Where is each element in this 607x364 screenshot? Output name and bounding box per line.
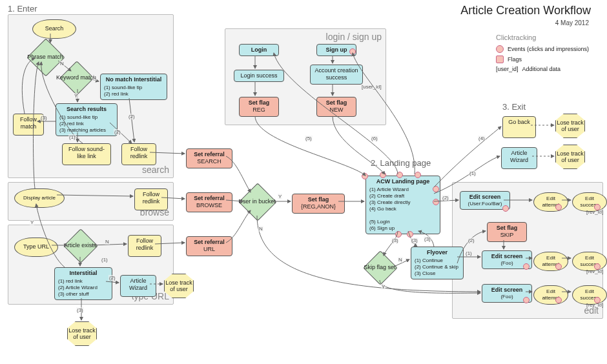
event-dot bbox=[594, 263, 601, 270]
edge-label-2: (2) bbox=[128, 114, 136, 119]
node-lose-track1: Lose track of user bbox=[164, 274, 194, 298]
event-dot bbox=[362, 173, 368, 179]
label-user-id: [user_id] bbox=[362, 84, 382, 90]
legend-header: Clicktracking bbox=[496, 34, 536, 41]
event-dot bbox=[396, 172, 403, 178]
event-dot bbox=[349, 48, 356, 55]
node-follow-match: Follow match bbox=[13, 114, 44, 136]
event-dot-icon bbox=[496, 45, 504, 53]
event-dot bbox=[555, 297, 562, 303]
node-article-exists: Article exists bbox=[68, 234, 92, 257]
node-follow-redlink3: Follow redlink bbox=[128, 235, 161, 257]
event-dot bbox=[502, 205, 509, 212]
event-dot bbox=[407, 231, 413, 238]
edge-label-3: (3) bbox=[391, 238, 399, 243]
edge-label-2: (2) bbox=[108, 275, 116, 281]
event-dot bbox=[594, 297, 601, 303]
section-enter: 1. Enter bbox=[8, 4, 37, 14]
node-article-wizard-big: Article Wizard bbox=[501, 147, 537, 169]
node-flyover: Flyover (1) Continue (2) Continue & skip… bbox=[411, 247, 464, 279]
label-rev-id1: [rev_id] bbox=[586, 209, 603, 215]
edge-label-n: N bbox=[105, 239, 110, 245]
label-rev-id2: [rev_id] bbox=[586, 268, 603, 274]
edge-label-y: Y bbox=[381, 284, 386, 290]
edge-label-n: N bbox=[92, 75, 97, 81]
node-search-results: Search results (1) sound-like tip (2) re… bbox=[56, 103, 118, 136]
legend-additional: [user_id] Additional data bbox=[496, 66, 561, 72]
node-article-wizard-sm: Article Wizard bbox=[120, 275, 156, 297]
node-search: Search bbox=[32, 19, 76, 39]
event-dot bbox=[555, 263, 562, 270]
node-acct-success: Account creation success bbox=[310, 65, 363, 85]
node-phrase-match: Phrase match bbox=[32, 44, 58, 70]
event-dot bbox=[594, 204, 601, 210]
node-set-flag-reganon: Set flag {REG,ANON} bbox=[292, 194, 345, 214]
event-dot bbox=[523, 263, 530, 270]
edge-label-3: (3) bbox=[40, 115, 48, 121]
node-login-success: Login success bbox=[234, 70, 284, 82]
panel-login-title: login / sign up bbox=[326, 32, 382, 42]
edge-label-3: (3) bbox=[424, 236, 431, 242]
edge-label-y: Y bbox=[278, 194, 282, 199]
node-set-flag-new: Set flag NEW bbox=[316, 97, 356, 117]
edge-label-3: (3) bbox=[76, 307, 84, 313]
node-edit-attempt2: Edit attempt bbox=[533, 252, 568, 271]
node-edit-attempt3: Edit attempt bbox=[533, 285, 568, 305]
node-no-match: No match Interstitial (1) sound-like tip… bbox=[100, 74, 167, 100]
label-rev-id3: [rev_id] bbox=[586, 302, 603, 308]
page-title: Article Creation Workflow bbox=[460, 4, 591, 17]
edge-label-2: (2) bbox=[468, 238, 475, 243]
node-lose-track4: Lose track of user bbox=[555, 145, 585, 169]
section-landing: 2. Landing page bbox=[371, 158, 431, 168]
event-dot bbox=[395, 231, 402, 238]
edge-label-2: (2) bbox=[442, 195, 449, 201]
node-interstitial: Interstitial (1) red link (2) Article Wi… bbox=[54, 267, 112, 300]
flag-square-icon bbox=[496, 56, 504, 63]
node-set-flag-skip: Set flag SKIP bbox=[487, 222, 527, 242]
section-exit: 3. Exit bbox=[502, 102, 526, 112]
edge-label-1: (1) bbox=[101, 257, 108, 263]
node-login: Login bbox=[239, 44, 279, 56]
node-type-url: Type URL bbox=[14, 238, 58, 257]
event-dot bbox=[523, 297, 530, 303]
page-date: 4 May 2012 bbox=[555, 19, 589, 26]
edge-label-n: N bbox=[59, 61, 65, 66]
node-edit-attempt1: Edit attempt bbox=[533, 192, 568, 212]
node-follow-redlink2: Follow redlink bbox=[134, 188, 168, 210]
panel-search-title: search bbox=[142, 165, 169, 175]
event-dot bbox=[433, 199, 439, 205]
edge-label-3: (3) bbox=[411, 238, 418, 243]
node-follow-soundlike: Follow sound-like link bbox=[62, 143, 111, 165]
node-skip-flag-set: Skip flag set bbox=[368, 256, 391, 279]
node-display-article: Display article bbox=[14, 188, 65, 208]
node-keyword-match: Keyword match bbox=[65, 66, 88, 89]
edge-label-1: (1) bbox=[469, 170, 477, 176]
edge-label-4: (4) bbox=[478, 136, 486, 141]
edge-label-y: Y bbox=[74, 93, 78, 99]
edge-label-6: (6) bbox=[371, 136, 378, 141]
legend-flags: Flags bbox=[496, 56, 522, 63]
edge-label-n: N bbox=[258, 226, 263, 232]
node-set-ref-search: Set referral SEARCH bbox=[186, 148, 232, 168]
node-set-flag-reg: Set flag REG bbox=[239, 97, 279, 117]
node-lose-track3: Lose track of user bbox=[555, 114, 585, 138]
edge-label-5: (5) bbox=[305, 136, 313, 141]
event-dot bbox=[380, 172, 386, 178]
event-dot bbox=[433, 186, 439, 192]
node-follow-redlink: Follow redlink bbox=[121, 143, 156, 165]
node-user-in-bucket: User in bucket bbox=[244, 188, 270, 214]
node-acw-landing: ACW Landing page (1) Article Wizard (2) … bbox=[365, 176, 440, 234]
edge-label-n: N bbox=[398, 257, 403, 263]
edge-label-2: (2) bbox=[114, 129, 121, 135]
node-set-ref-browse: Set referral BROWSE bbox=[186, 192, 232, 212]
edge-label-y: Y bbox=[30, 219, 34, 225]
legend-events: Events (clicks and impressions) bbox=[496, 45, 589, 53]
event-dot bbox=[555, 204, 562, 210]
node-lose-track2: Lose track of user bbox=[67, 321, 97, 346]
edge-label-1: (1) bbox=[68, 134, 76, 140]
event-dot bbox=[415, 172, 421, 178]
edge-label-1: (1) bbox=[465, 250, 473, 256]
node-set-ref-url: Set referral URL bbox=[186, 236, 232, 256]
node-go-back: Go back bbox=[502, 116, 536, 138]
